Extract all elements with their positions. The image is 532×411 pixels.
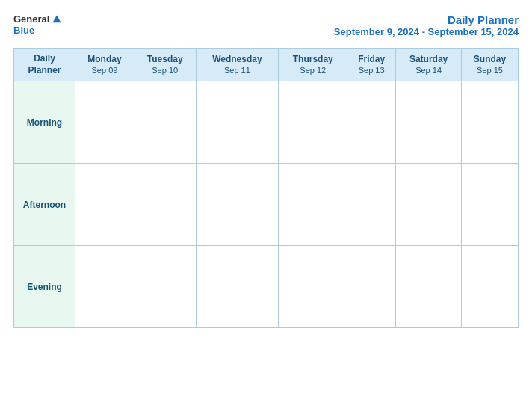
svg-marker-0 [53, 15, 61, 22]
planner-title: Daily Planner [334, 13, 519, 26]
cell-tuesday-afternoon[interactable] [134, 164, 196, 246]
col-header-friday: Friday Sep 13 [347, 49, 396, 81]
col-header-wednesday: Wednesday Sep 11 [196, 49, 279, 81]
cell-monday-evening[interactable] [75, 246, 134, 328]
logo-general-text: General [13, 13, 49, 25]
calendar-table: DailyPlanner Monday Sep 09 Tuesday Sep 1… [13, 48, 519, 328]
header: General Blue Daily Planner September 9, … [13, 13, 519, 37]
page: General Blue Daily Planner September 9, … [0, 0, 532, 411]
cell-tuesday-morning[interactable] [134, 81, 196, 164]
cell-monday-morning[interactable] [75, 81, 134, 164]
daily-planner-header: DailyPlanner [16, 53, 72, 76]
logo-blue-label: Blue [13, 25, 34, 36]
label-afternoon: Afternoon [14, 164, 75, 246]
row-morning: Morning [14, 81, 519, 164]
cell-saturday-morning[interactable] [396, 81, 462, 164]
cell-thursday-afternoon[interactable] [279, 164, 347, 246]
cell-friday-morning[interactable] [347, 81, 396, 164]
col-header-tuesday: Tuesday Sep 10 [134, 49, 196, 81]
logo-area: General Blue [13, 13, 62, 36]
logo-blue-text: Blue [13, 25, 34, 36]
col-header-sunday: Sunday Sep 15 [462, 49, 519, 81]
cell-monday-afternoon[interactable] [75, 164, 134, 246]
row-afternoon: Afternoon [14, 164, 519, 246]
cell-thursday-morning[interactable] [279, 81, 347, 164]
planner-date-range: September 9, 2024 - September 15, 2024 [334, 26, 519, 37]
cell-thursday-evening[interactable] [279, 246, 347, 328]
cell-wednesday-evening[interactable] [196, 246, 279, 328]
cell-friday-afternoon[interactable] [347, 164, 396, 246]
cell-wednesday-afternoon[interactable] [196, 164, 279, 246]
cell-wednesday-morning[interactable] [196, 81, 279, 164]
cell-sunday-afternoon[interactable] [462, 164, 519, 246]
col-header-label: DailyPlanner [14, 49, 75, 81]
cell-saturday-evening[interactable] [396, 246, 462, 328]
col-header-saturday: Saturday Sep 14 [396, 49, 462, 81]
label-morning: Morning [14, 81, 75, 164]
cell-sunday-morning[interactable] [462, 81, 519, 164]
cell-sunday-evening[interactable] [462, 246, 519, 328]
header-row: DailyPlanner Monday Sep 09 Tuesday Sep 1… [14, 49, 519, 81]
row-evening: Evening [14, 246, 519, 328]
cell-friday-evening[interactable] [347, 246, 396, 328]
label-evening: Evening [14, 246, 75, 328]
logo-icon [52, 14, 62, 25]
col-header-thursday: Thursday Sep 12 [279, 49, 347, 81]
title-area: Daily Planner September 9, 2024 - Septem… [334, 13, 519, 37]
col-header-monday: Monday Sep 09 [75, 49, 134, 81]
cell-tuesday-evening[interactable] [134, 246, 196, 328]
logo-text: General [13, 13, 62, 25]
cell-saturday-afternoon[interactable] [396, 164, 462, 246]
